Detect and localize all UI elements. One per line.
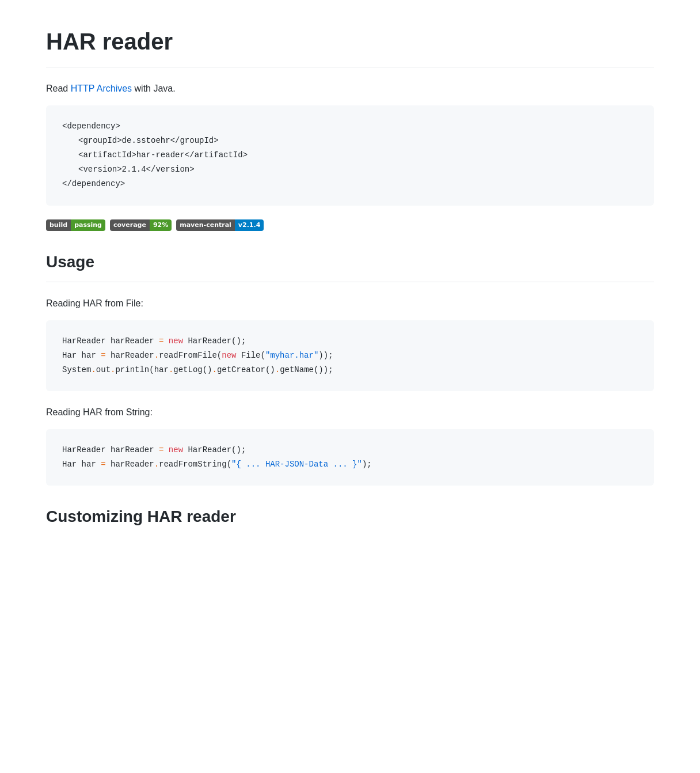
dep-line-4: <version>2.1.4</version> bbox=[78, 162, 638, 177]
coverage-badge-label: coverage bbox=[110, 219, 150, 231]
badges-container: build passing coverage 92% maven-central… bbox=[46, 219, 654, 231]
file-code-line-2: Har har = harReader.readFromFile(new Fil… bbox=[62, 348, 638, 363]
dep-line-1: <dependency> bbox=[62, 119, 638, 134]
string-code-block: HarReader harReader = new HarReader(); H… bbox=[46, 429, 654, 486]
intro-text: Read bbox=[46, 84, 71, 93]
dependency-code-block: <dependency> <groupId>de.sstoehr</groupI… bbox=[46, 105, 654, 206]
intro-paragraph: Read HTTP Archives with Java. bbox=[46, 81, 654, 96]
maven-badge-label: maven-central bbox=[176, 219, 235, 231]
dep-line-5: </dependency> bbox=[62, 177, 638, 191]
file-section-label: Reading HAR from File: bbox=[46, 296, 654, 311]
file-code-line-3: System.out.println(har.getLog().getCreat… bbox=[62, 363, 638, 377]
dep-line-3: <artifactId>har-reader</artifactId> bbox=[78, 148, 638, 162]
intro-suffix: with Java. bbox=[132, 84, 176, 93]
usage-heading: Usage bbox=[46, 249, 654, 275]
maven-badge-version: v2.1.4 bbox=[235, 219, 264, 231]
coverage-badge-value: 92% bbox=[150, 219, 172, 231]
title-divider bbox=[46, 67, 654, 67]
coverage-badge[interactable]: coverage 92% bbox=[110, 219, 172, 231]
file-code-block: HarReader harReader = new HarReader(); H… bbox=[46, 320, 654, 392]
page-title: HAR reader bbox=[46, 23, 654, 60]
dep-line-2: <groupId>de.sstoehr</groupId> bbox=[78, 134, 638, 148]
build-badge[interactable]: build passing bbox=[46, 219, 105, 231]
build-badge-label: build bbox=[46, 219, 71, 231]
usage-divider bbox=[46, 282, 654, 282]
file-code-line-1: HarReader harReader = new HarReader(); bbox=[62, 334, 638, 348]
build-badge-status: passing bbox=[71, 219, 105, 231]
http-archives-link[interactable]: HTTP Archives bbox=[71, 84, 132, 93]
string-section-label: Reading HAR from String: bbox=[46, 405, 654, 420]
string-code-line-2: Har har = harReader.readFromString("{ ..… bbox=[62, 457, 638, 472]
string-code-line-1: HarReader harReader = new HarReader(); bbox=[62, 443, 638, 457]
maven-badge[interactable]: maven-central v2.1.4 bbox=[176, 219, 264, 231]
customizing-heading: Customizing HAR reader bbox=[46, 504, 654, 530]
